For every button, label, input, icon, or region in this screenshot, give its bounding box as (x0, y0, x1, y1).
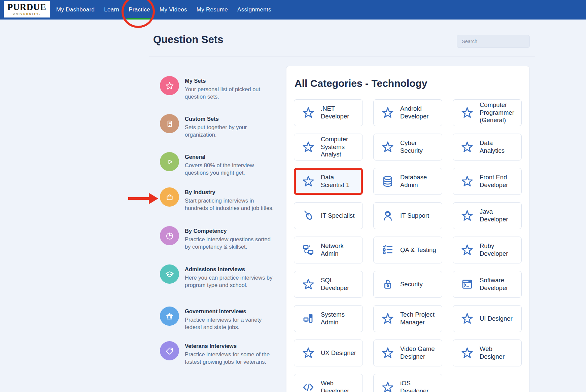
sidebar-item-title: My Sets (185, 78, 278, 84)
star-icon (381, 381, 394, 392)
star-icon (160, 76, 179, 95)
category-card-security[interactable]: Security (373, 271, 442, 298)
sidebar-item-by-industry[interactable]: By IndustryStart practicing interviews i… (160, 187, 281, 212)
category-card-android-developer[interactable]: Android Developer (373, 99, 442, 126)
category-card-it-specialist[interactable]: IT Specialist (294, 202, 363, 229)
category-card-software-developer[interactable]: Software Developer (453, 271, 522, 298)
nav-item-learn[interactable]: Learn (103, 0, 120, 20)
sidebar-item-veterans-interviews[interactable]: Veterans InterviewsPractice interviews f… (160, 341, 281, 365)
category-card-label: Ruby Developer (480, 242, 518, 257)
category-card-label: Android Developer (400, 105, 439, 120)
nav-item-label: Assignments (237, 6, 271, 13)
category-card-cyber-security[interactable]: Cyber Security (373, 134, 442, 161)
nav-item-my-videos[interactable]: My Videos (159, 0, 188, 20)
category-card-label: Software Developer (480, 277, 518, 292)
code-icon (302, 381, 315, 392)
category-card-label: iOS Developer (400, 380, 439, 392)
star-icon (460, 243, 474, 257)
nav-item-my-resume[interactable]: My Resume (196, 0, 229, 20)
sidebar-item-description: Start practicing interviews in hundreds … (185, 197, 278, 212)
category-card-label: Computer Programmer (General) (480, 101, 518, 124)
category-card-network-admin[interactable]: Network Admin (294, 237, 363, 263)
category-card-ui-designer[interactable]: UI Designer (453, 305, 522, 332)
graduation-cap-icon (160, 264, 179, 284)
category-card-ux-designer[interactable]: UX Designer (294, 340, 363, 366)
category-card-label: Front End Developer (480, 174, 518, 189)
category-card-ruby-developer[interactable]: Ruby Developer (453, 237, 522, 263)
star-icon (302, 278, 315, 291)
search-input[interactable] (457, 35, 530, 48)
nav-item-label: My Videos (160, 6, 187, 13)
sidebar-item-custom-sets[interactable]: Custom SetsSets put together by your org… (160, 114, 281, 138)
category-card-qa-testing[interactable]: QA & Testing (373, 237, 442, 263)
category-card-web-developer[interactable]: Web Developer (294, 374, 363, 392)
category-card-ios-developer[interactable]: iOS Developer (373, 374, 442, 392)
category-card-label: IT Support (400, 212, 429, 220)
category-card-computer-programmer-general[interactable]: Computer Programmer (General) (453, 99, 522, 126)
sidebar-item-text: Veterans InterviewsPractice interviews f… (185, 341, 278, 365)
category-card-it-support[interactable]: IT Support (373, 202, 442, 229)
mouse-icon (302, 209, 315, 222)
terminal-window-icon (460, 278, 474, 291)
category-card-label: QA & Testing (400, 246, 436, 254)
star-icon (460, 140, 474, 154)
category-card-label: Systems Admin (321, 311, 359, 326)
sidebar-item-description: Sets put together by your organization. (185, 123, 278, 138)
category-card-video-game-designer[interactable]: Video Game Designer (373, 340, 442, 366)
category-card-label: Database Admin (400, 174, 439, 189)
computer-icon (302, 312, 315, 325)
sidebar-item-text: Admissions InterviewsHere you can practi… (185, 264, 278, 289)
lock-icon (381, 278, 394, 291)
category-card-net-developer[interactable]: .NET Developer (294, 99, 363, 126)
category-card-computer-systems-analyst[interactable]: Computer Systems Analyst (294, 134, 363, 161)
sidebar-item-admissions-interviews[interactable]: Admissions InterviewsHere you can practi… (160, 264, 281, 289)
sidebar-item-title: Custom Sets (185, 116, 278, 122)
sidebar-item-by-competency[interactable]: By CompetencyPractice interview question… (160, 226, 281, 250)
category-card-sql-developer[interactable]: SQL Developer (294, 271, 363, 298)
sidebar-item-title: General (185, 154, 278, 160)
star-icon (460, 175, 474, 188)
sidebar-item-text: My SetsYour personal list of picked out … (185, 76, 278, 100)
sidebar-item-description: Practice interview questions sorted by c… (185, 236, 278, 250)
top-nav: PURDUE UNIVERSITY. My DashboardLearnPrac… (0, 0, 586, 20)
category-card-front-end-developer[interactable]: Front End Developer (453, 168, 522, 195)
sidebar-item-title: By Competency (185, 228, 278, 234)
building-icon (160, 114, 179, 133)
sidebar-item-description: Practice interviews for some of the fast… (185, 351, 278, 365)
category-card-systems-admin[interactable]: Systems Admin (294, 305, 363, 332)
category-card-tech-project-manager[interactable]: Tech Project Manager (373, 305, 442, 332)
sidebar-item-description: Here you can practice interviews by prog… (185, 274, 278, 289)
nav-item-assignments[interactable]: Assignments (237, 0, 272, 20)
category-card-data-scientist-1[interactable]: Data Scientist 1 (294, 168, 363, 195)
nav-item-my-dashboard[interactable]: My Dashboard (56, 0, 95, 20)
sidebar-item-text: Custom SetsSets put together by your org… (185, 114, 278, 138)
category-card-label: Java Developer (480, 208, 518, 223)
star-icon (460, 209, 474, 222)
nav-menu: My DashboardLearnPracticeMy VideosMy Res… (56, 0, 272, 20)
category-card-database-admin[interactable]: Database Admin (373, 168, 442, 195)
sidebar-item-general[interactable]: GeneralCovers 80% of the interview quest… (160, 152, 281, 176)
star-icon (460, 106, 474, 119)
nav-item-practice[interactable]: Practice (128, 0, 151, 20)
sidebar-divider (277, 75, 277, 369)
category-card-label: Web Designer (480, 345, 518, 360)
category-card-java-developer[interactable]: Java Developer (453, 202, 522, 229)
star-icon (460, 312, 474, 325)
sidebar-item-text: GeneralCovers 80% of the interview quest… (185, 152, 278, 176)
star-icon (381, 346, 394, 360)
star-icon (302, 106, 315, 119)
category-card-data-analytics[interactable]: Data Analytics (453, 134, 522, 161)
category-card-web-designer[interactable]: Web Designer (453, 340, 522, 366)
sidebar-item-my-sets[interactable]: My SetsYour personal list of picked out … (160, 76, 281, 100)
bank-icon (160, 307, 179, 326)
header-divider (149, 57, 535, 57)
category-grid: .NET DeveloperAndroid DeveloperComputer … (294, 99, 522, 392)
nav-item-label: My Dashboard (56, 6, 95, 13)
star-icon (302, 140, 315, 154)
purdue-logo[interactable]: PURDUE UNIVERSITY. (4, 1, 50, 17)
star-icon (381, 140, 394, 154)
sidebar-item-government-interviews[interactable]: Government InterviewsPractice interviews… (160, 307, 281, 331)
category-card-label: UX Designer (321, 349, 356, 357)
red-arrow-icon (127, 190, 162, 207)
play-icon (160, 152, 179, 171)
